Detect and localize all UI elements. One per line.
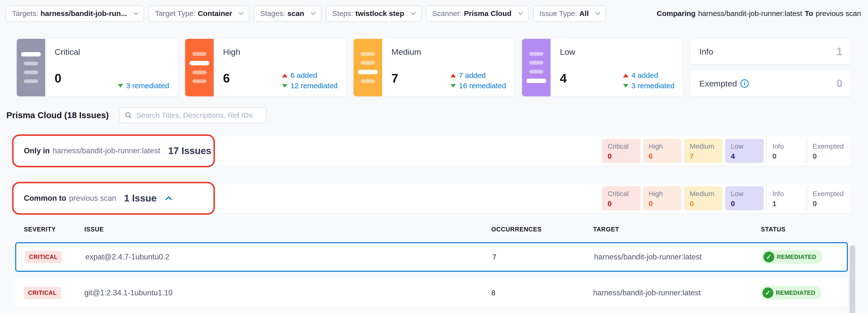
severity-chip: Low 0	[725, 186, 764, 210]
triangle-down-icon	[451, 84, 456, 88]
filter-dropdown[interactable]: Targets: harness/bandit-job-run...	[6, 5, 144, 22]
group-prefix: Common to	[24, 194, 66, 203]
chip-label: Low	[731, 142, 764, 150]
filter-label: Issue Type:	[539, 9, 577, 18]
status-label: REMEDIATED	[777, 253, 816, 260]
info-circle-icon[interactable]: i	[740, 79, 749, 88]
severity-chip: High 6	[643, 139, 682, 163]
severity-label: Medium	[392, 47, 507, 57]
filter-bar: Targets: harness/bandit-job-run... Targe…	[0, 0, 868, 22]
section-head: Prisma Cloud (18 Issues)	[6, 107, 868, 123]
comparing-text: Comparing harness/bandit-job-runner:late…	[657, 9, 861, 18]
chip-value: 4	[731, 152, 764, 161]
chip-label: High	[649, 190, 682, 198]
exempted-label: Exempted	[699, 79, 737, 89]
chevron-down-icon	[239, 10, 244, 15]
meter-bar	[361, 52, 375, 56]
target-name: harness/bandit-job-runner:latest	[594, 252, 762, 262]
severity-label: Low	[560, 47, 676, 57]
triangle-down-icon	[118, 84, 123, 88]
issue-row[interactable]: CRITICAL expat@2.4.7-1ubuntu0.2 7 harnes…	[15, 242, 848, 272]
remediated-link[interactable]: 16 remediated	[451, 81, 506, 90]
page-title: Prisma Cloud (18 Issues)	[6, 110, 109, 120]
meter-bar	[190, 61, 209, 65]
added-link[interactable]: 6 added	[282, 71, 338, 80]
vertical-scrollbar[interactable]	[849, 245, 855, 313]
added-link[interactable]: 4 added	[623, 71, 675, 80]
info-exempted-stack: Info 1 Exempted i 0	[690, 39, 851, 96]
filter-dropdown[interactable]: Stages: scan	[254, 5, 321, 22]
chip-value: 0	[608, 152, 641, 161]
severity-summary-card: High 6 6 added 12 remediated	[185, 39, 346, 96]
meter-bar	[21, 52, 41, 57]
filter-dropdown[interactable]: Target Type: Container	[149, 5, 249, 22]
chip-value: 0	[772, 152, 807, 161]
severity-chip: Info 0	[766, 139, 807, 163]
triangle-down-icon	[623, 84, 628, 88]
filter-label: Target Type:	[155, 9, 195, 18]
severity-cards-row: Critical 0 3 remediated High	[17, 39, 851, 96]
chevron-toggle-icon[interactable]	[163, 193, 174, 203]
remediated-link[interactable]: 3 remediated	[623, 81, 675, 90]
chip-label: Critical	[608, 142, 641, 150]
severity-chip: Exempted 0	[807, 186, 847, 210]
chip-value: 6	[649, 152, 682, 161]
chip-label: Info	[772, 190, 807, 198]
severity-chip: Low 4	[725, 139, 764, 163]
remediated-label: 3 remediated	[126, 81, 169, 90]
column-header: STATUS	[761, 226, 843, 233]
info-label: Info	[699, 47, 713, 57]
severity-meter-icon	[522, 39, 551, 96]
issue-row[interactable]: CRITICAL git@1:2.34.1-1ubuntu1.10 8 harn…	[15, 278, 848, 308]
triangle-up-icon	[623, 74, 628, 77]
status-badge: ✓ REMEDIATED	[762, 250, 822, 264]
severity-delta-links: 6 added 12 remediated	[282, 71, 338, 90]
chip-value: 0	[690, 200, 723, 208]
red-annotation-box: Common to previous scan 1 Issue	[12, 182, 215, 215]
exempted-count: 0	[837, 77, 842, 90]
chip-label: Critical	[608, 190, 641, 198]
chip-value: 0	[813, 200, 847, 208]
group-prefix: Only in	[24, 146, 50, 155]
remediated-link[interactable]: 3 remediated	[118, 81, 169, 90]
occurrences-count: 7	[492, 253, 594, 261]
meter-bar	[529, 61, 544, 65]
comparing-to: To	[805, 9, 813, 18]
severity-chips: Critical 0 High 6 Medium 7 Low 4 Info 0	[602, 139, 847, 163]
comparing-target: harness/bandit-job-runner:latest	[698, 9, 802, 18]
severity-count: 7	[392, 71, 398, 85]
check-icon: ✓	[764, 252, 774, 263]
added-link[interactable]: 7 added	[451, 71, 506, 80]
filter-dropdown[interactable]: Steps: twistlock step	[326, 5, 421, 22]
severity-label: Critical	[55, 47, 170, 57]
severity-chip: Critical 0	[602, 139, 641, 163]
chevron-down-icon	[134, 10, 139, 15]
filter-value: twistlock step	[355, 9, 404, 18]
severity-chip: Exempted 0	[807, 139, 847, 163]
filter-dropdown[interactable]: Issue Type: All	[533, 5, 606, 22]
severity-chip: Medium 7	[684, 139, 723, 163]
filter-dropdown[interactable]: Scanner: Prisma Cloud	[426, 5, 529, 22]
search-icon	[124, 111, 132, 119]
issues-table: SEVERITY ISSUE OCCURRENCES TARGET STATUS…	[15, 226, 848, 308]
severity-badge: CRITICAL	[25, 251, 62, 263]
filter-value: scan	[287, 9, 304, 18]
diff-group-common: Common to previous scan 1 Issue Critical…	[13, 183, 851, 213]
issue-name: git@1:2.34.1-1ubuntu1.10	[84, 288, 491, 297]
remediated-link[interactable]: 12 remediated	[282, 81, 338, 90]
severity-chip: Critical 0	[602, 186, 641, 210]
triangle-up-icon	[282, 74, 287, 77]
target-name: harness/bandit-job-runner:latest	[593, 288, 761, 297]
meter-bar	[24, 79, 38, 83]
group-target: harness/bandit-job-runner:latest	[53, 146, 160, 155]
column-header: SEVERITY	[24, 226, 84, 233]
filter-label: Steps:	[332, 9, 353, 18]
severity-label: High	[223, 47, 339, 57]
severity-meter-icon	[353, 39, 382, 96]
search-input[interactable]	[136, 111, 261, 120]
chevron-down-icon	[518, 10, 523, 15]
occurrences-count: 8	[491, 289, 593, 297]
severity-summary-card: Critical 0 3 remediated	[17, 39, 178, 96]
issue-name: expat@2.4.7-1ubuntu0.2	[85, 252, 492, 262]
meter-bar	[24, 62, 38, 65]
